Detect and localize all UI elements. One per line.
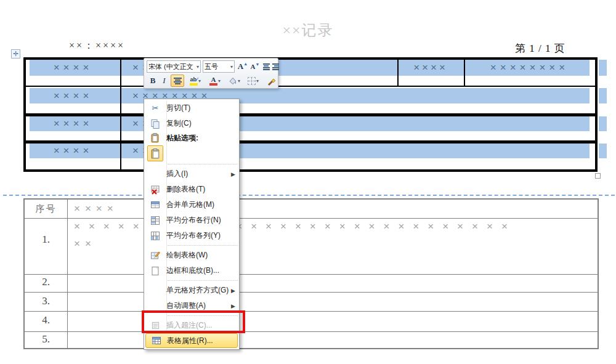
caret-down-icon: ▼ <box>256 62 260 67</box>
paste-button-icon <box>147 145 163 161</box>
scissors-icon: ✂ <box>144 103 166 113</box>
row-border <box>26 86 595 87</box>
font-size-combo[interactable]: 五号 ▾ <box>203 60 235 73</box>
menu-item-borders-shading[interactable]: 边框和底纹(B)... <box>144 263 239 278</box>
chevron-down-icon: ▾ <box>238 78 240 84</box>
menu-item-draw-table[interactable]: 绘制表格(W) <box>144 248 239 263</box>
table-cell[interactable]: ×××× <box>26 60 120 76</box>
table-cell[interactable]: ×××××××× <box>464 60 595 76</box>
menu-item-delete-table[interactable]: 删除表格(T) <box>144 182 239 197</box>
column-border <box>397 60 399 86</box>
table-cell[interactable]: 4. <box>25 314 67 326</box>
paint-bucket-icon <box>228 76 237 85</box>
table-cell[interactable]: ×××× <box>397 60 464 76</box>
format-painter-button[interactable] <box>265 75 277 87</box>
submenu-arrow-icon: ▶ <box>231 171 239 177</box>
text-highlight-button[interactable]: ab⁄ ▾ <box>186 75 205 87</box>
table-cell[interactable]: ×××× <box>74 200 118 218</box>
decrease-indent-icon <box>263 63 270 71</box>
row-end-marker <box>599 88 607 103</box>
page-number: 第 1 / 1 页 <box>515 41 565 55</box>
menu-item-insert[interactable]: 插入(I) ▶ <box>144 166 239 182</box>
distribute-columns-icon <box>144 231 166 241</box>
chevron-down-icon: ▾ <box>256 78 259 84</box>
table-cell[interactable]: ×××× <box>26 116 120 131</box>
menu-item-copy[interactable]: 复制(C) <box>144 116 239 131</box>
font-name-combo[interactable]: 宋体 (中文正文 ▾ <box>147 60 201 73</box>
shading-button[interactable]: ▾ <box>225 75 243 87</box>
table-resize-handle[interactable] <box>595 173 601 179</box>
row-end-marker <box>599 60 607 76</box>
paste-option-keep-formatting[interactable] <box>144 145 239 162</box>
table-cell[interactable]: 1. <box>25 233 67 246</box>
document-title[interactable]: ××记录 <box>0 20 616 40</box>
row-border <box>25 218 598 219</box>
menu-item-label: 表格属性(R)... <box>167 336 237 346</box>
table-cell[interactable]: 序号 <box>25 200 67 218</box>
bold-label: B <box>150 76 156 86</box>
borders-button[interactable]: ▾ <box>245 75 262 87</box>
font-color-button[interactable]: A ▾ <box>206 75 224 87</box>
menu-item-label: 粘贴选项: <box>166 133 239 144</box>
column-border <box>464 60 465 86</box>
font-name-value: 宋体 (中文正文 <box>148 62 194 71</box>
italic-button[interactable]: I <box>160 75 169 87</box>
menu-item-table-properties[interactable]: 表格属性(R)... <box>145 333 238 348</box>
menu-item-label: 单元格对齐方式(G) <box>166 285 231 296</box>
upper-table[interactable]: ×××× ×××××××× ×××× ×××××××× ×××× ×××××××… <box>23 57 598 172</box>
menu-separator <box>168 164 238 164</box>
menu-item-label: 自动调整(A) <box>166 301 231 311</box>
menu-item-label: 平均分布各列(Y) <box>166 230 239 241</box>
menu-item-label: 平均分布各行(N) <box>166 215 239 225</box>
merge-cells-icon <box>144 200 166 210</box>
decrease-indent-button[interactable] <box>262 60 270 73</box>
row-border <box>25 331 598 332</box>
center-align-button[interactable] <box>171 75 184 87</box>
table-cell[interactable]: 2. <box>25 276 67 288</box>
highlighter-icon: ab⁄ <box>190 76 198 86</box>
page-break-divider <box>3 195 615 196</box>
menu-item-label: 复制(C) <box>166 118 239 129</box>
table-move-handle-icon[interactable]: ✛ <box>11 49 20 59</box>
caret-up-icon: ▲ <box>243 62 248 66</box>
menu-item-label: 边框和底纹(B)... <box>166 265 239 276</box>
increase-indent-button[interactable] <box>271 60 280 73</box>
table-cell[interactable]: 5. <box>25 333 67 346</box>
chevron-down-icon: ▾ <box>198 78 201 84</box>
table-cell[interactable]: ×××× <box>26 144 120 158</box>
menu-item-cell-alignment[interactable]: 单元格对齐方式(G) ▶ <box>144 283 239 298</box>
menu-item-cut[interactable]: ✂ 剪切(T) <box>144 100 239 116</box>
menu-item-label: 剪切(T) <box>166 103 239 113</box>
menu-item-paste-options: 粘贴选项: <box>144 131 239 145</box>
clipboard-icon <box>144 133 166 143</box>
menu-item-merge-cells[interactable]: 合并单元格(M) <box>144 197 239 212</box>
table-cell[interactable]: ×××× <box>26 88 120 103</box>
borders-shading-icon <box>144 266 166 276</box>
submenu-arrow-icon: ▶ <box>231 288 239 294</box>
font-size-value: 五号 <box>205 62 218 71</box>
menu-separator <box>168 245 238 246</box>
row-border <box>25 274 598 275</box>
font-color-icon: A <box>209 76 217 86</box>
menu-item-label: 删除表格(T) <box>166 184 239 195</box>
center-align-icon <box>174 77 182 85</box>
bold-button[interactable]: B <box>147 75 158 87</box>
menu-item-label: 绘制表格(W) <box>166 250 239 261</box>
menu-item-distribute-columns[interactable]: 平均分布各列(Y) <box>144 228 239 243</box>
menu-item-distribute-rows[interactable]: 平均分布各行(N) <box>144 212 239 228</box>
table-cell[interactable]: ×× <box>74 238 96 250</box>
chevron-down-icon: ▾ <box>197 64 199 70</box>
lower-table[interactable]: 序号 ×××× 1. ×××××××××××××××××××××××××××××… <box>23 198 599 349</box>
grow-font-button[interactable]: A▲ <box>237 60 249 73</box>
annotation-highlight-box <box>142 310 245 333</box>
row-border <box>25 311 598 312</box>
column-border <box>67 200 68 348</box>
menu-item-label: 插入(I) <box>166 169 231 179</box>
menu-item-label: 合并单元格(M) <box>166 200 239 210</box>
document-header-label[interactable]: ××：×××× <box>69 39 125 52</box>
shrink-font-button[interactable]: A▼ <box>249 60 261 73</box>
chevron-down-icon: ▾ <box>230 64 233 70</box>
column-border <box>120 60 121 169</box>
mini-toolbar: 宋体 (中文正文 ▾ 五号 ▾ A▲ A▼ B I ab⁄ ▾ A <box>144 58 278 89</box>
table-cell[interactable]: 3. <box>25 295 67 307</box>
